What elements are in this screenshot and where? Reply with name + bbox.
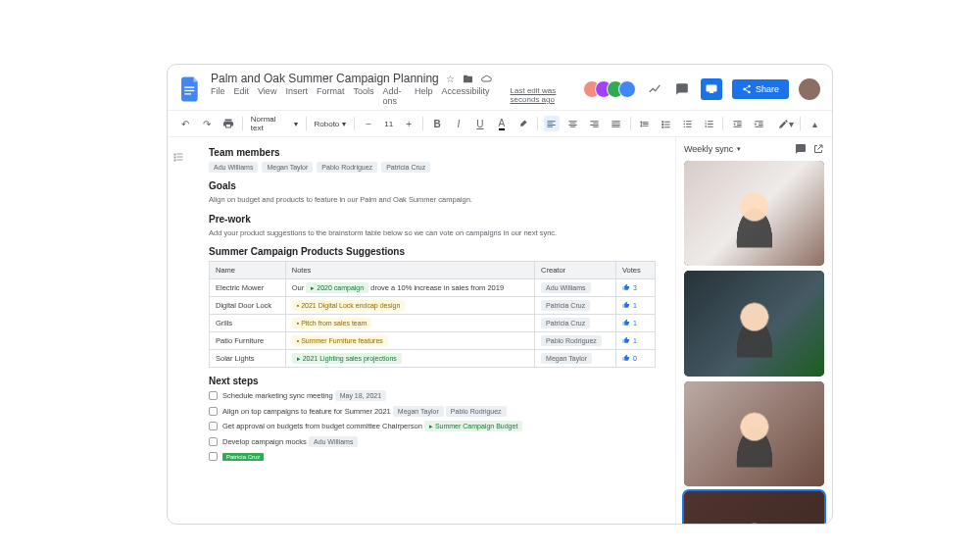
activity-icon[interactable] [646,80,663,98]
cell-votes[interactable]: 1 [616,315,656,332]
doc-chip[interactable]: ▸ 2020 campaign [306,282,368,293]
hide-menus-icon[interactable]: ▴ [807,116,822,131]
date-chip[interactable]: May 18, 2021 [335,390,386,401]
person-chip[interactable]: Patricia Cruz [541,318,590,328]
present-button[interactable] [701,78,722,100]
menu-file[interactable]: File [211,86,225,106]
indent-decrease-icon[interactable] [729,116,745,131]
star-icon[interactable]: ☆ [445,73,457,84]
align-left-icon[interactable] [544,116,560,131]
bulleted-list-icon[interactable] [679,116,695,131]
doc-title[interactable]: Palm and Oak Summer Campaign Planning [211,72,439,85]
undo-icon[interactable]: ↶ [177,116,193,131]
cell-name: Patio Furniture [210,332,286,350]
heading-prework: Pre-work [209,214,656,225]
menu-view[interactable]: View [258,86,276,106]
task-checkbox[interactable] [209,407,218,416]
editing-mode-icon[interactable]: ▾ [778,116,794,131]
redo-icon[interactable]: ↷ [199,116,215,131]
italic-icon[interactable]: I [451,116,466,131]
share-button[interactable]: Share [732,79,789,99]
menu-tools[interactable]: Tools [353,86,373,106]
collaborator-avatar[interactable] [618,80,636,98]
task-checkbox[interactable] [209,452,218,461]
align-right-icon[interactable] [587,116,603,131]
cell-votes[interactable]: 0 [616,350,656,368]
align-center-icon[interactable] [565,116,581,131]
task-checkbox[interactable] [209,391,218,400]
cell-name: Digital Door Lock [210,297,286,315]
menu-accessibility[interactable]: Accessibility [442,86,490,106]
mention-chip[interactable]: Megan Taylor [393,406,444,417]
menu-edit[interactable]: Edit [234,86,250,106]
cell-name: Solar Lights [210,350,286,368]
svg-rect-1 [184,89,194,90]
video-tile[interactable] [684,491,824,525]
video-tile[interactable] [684,271,824,376]
person-chip[interactable]: Patricia Cruz [541,300,590,311]
outline-toggle-icon[interactable] [172,151,184,163]
video-tile[interactable] [684,381,824,486]
mention-chip[interactable]: Adu Williams [309,436,358,447]
print-icon[interactable] [220,116,236,131]
person-chip[interactable]: Megan Taylor [541,353,592,364]
account-avatar[interactable] [799,78,820,100]
video-tile[interactable] [684,161,824,266]
doc-chip[interactable]: ▪ 2021 Digital Lock endcap design [292,300,406,311]
align-justify-icon[interactable] [609,116,624,131]
meet-title[interactable]: Weekly sync▾ [684,144,741,154]
comment-history-icon[interactable] [673,80,691,98]
doc-chip[interactable]: ▸ 2021 Lighting sales projections [292,353,402,364]
person-chip[interactable]: Adu Williams [541,282,590,293]
numbered-list-icon[interactable] [701,116,716,131]
font-increase-icon[interactable]: + [401,116,416,131]
cell-votes[interactable]: 1 [616,297,656,315]
doc-chip[interactable]: ▪ Summer Furniture features [292,335,388,346]
menu-insert[interactable]: Insert [285,86,308,106]
meet-chat-icon[interactable] [795,143,807,155]
person-chip[interactable]: Patricia Cruz [381,162,430,173]
task-checkbox[interactable] [209,422,218,430]
cell-votes[interactable]: 3 [616,279,656,297]
task-checkbox[interactable] [209,437,218,446]
text-color-icon[interactable]: A [494,116,510,131]
indent-increase-icon[interactable] [751,116,766,131]
menu-addons[interactable]: Add-ons [382,86,406,106]
docs-window: Palm and Oak Summer Campaign Planning ☆ … [167,64,833,525]
heading-team: Team members [209,147,656,158]
person-chip[interactable]: Megan Taylor [262,162,313,173]
docgreen-chip[interactable]: ▸ Summer Campaign Budget [424,421,522,431]
doc-chip[interactable]: ▪ Pitch from sales team [292,318,372,328]
cloud-status-icon[interactable] [480,73,492,84]
font-select[interactable]: Roboto▾ [313,120,349,128]
person-chip[interactable]: Pablo Rodriguez [541,335,602,346]
cursor-presence: Patricia Cruz [222,453,264,461]
mention-chip[interactable]: Pablo Rodriguez [446,406,507,417]
format-toolbar: ↶ ↷ Normal text▾ Roboto▾ − 11 + B I U A … [168,110,832,137]
table-row: Patio Furniture▪ Summer Furniture featur… [210,332,656,350]
collaborator-avatars[interactable] [583,80,636,98]
bold-icon[interactable]: B [429,116,445,131]
outline-panel [168,137,189,524]
menu-help[interactable]: Help [415,86,433,106]
meet-popout-icon[interactable] [812,143,824,155]
heading-table: Summer Campaign Products Suggestions [209,246,656,257]
task-text: Patricia Cruz [222,451,264,462]
cell-name: Grills [210,315,286,332]
font-size[interactable]: 11 [382,120,395,128]
cell-votes[interactable]: 1 [616,332,656,350]
person-chip[interactable]: Adu Williams [209,162,258,173]
move-icon[interactable] [463,73,474,84]
menu-format[interactable]: Format [317,86,345,106]
highlight-icon[interactable] [515,116,531,131]
cell-notes: ▸ 2021 Lighting sales projections [285,350,534,368]
underline-icon[interactable]: U [472,116,488,131]
last-edit-link[interactable]: Last edit was seconds ago [511,86,575,106]
line-spacing-icon[interactable] [637,116,653,131]
person-chip[interactable]: Pablo Rodriguez [317,162,377,173]
checklist-icon[interactable] [658,116,673,131]
task-list: Schedule marketing sync meeting May 18, … [209,390,656,462]
font-decrease-icon[interactable]: − [361,116,376,131]
document-body[interactable]: Team members Adu WilliamsMegan TaylorPab… [189,137,675,524]
style-select[interactable]: Normal text▾ [249,115,300,132]
